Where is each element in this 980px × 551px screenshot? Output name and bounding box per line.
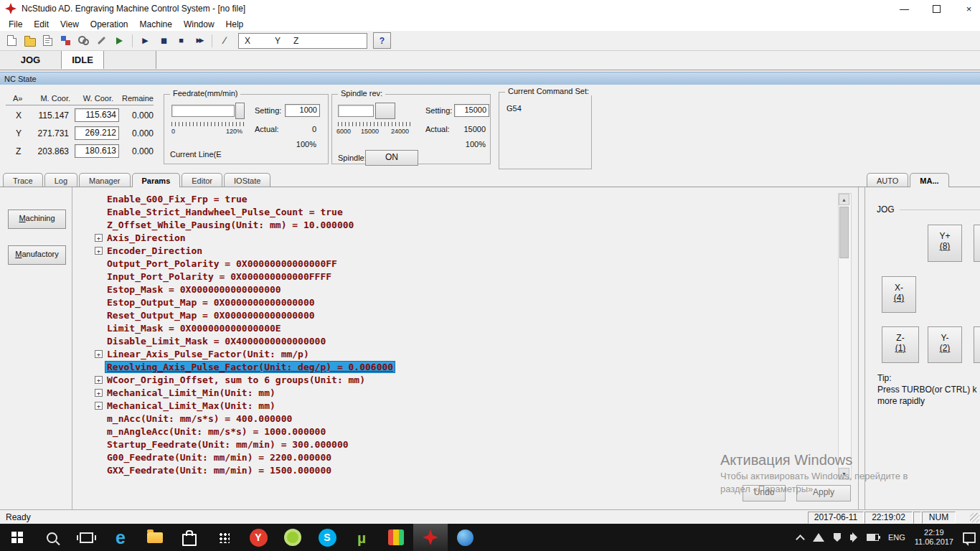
taskbar-apps-grid[interactable] xyxy=(207,524,241,551)
param-row[interactable]: GXX_Feedrate(Unit: mm/min) = 1500.000000 xyxy=(72,464,833,477)
machining-button[interactable]: Machining xyxy=(8,209,66,229)
stop-program-button[interactable]: ■ xyxy=(172,32,190,49)
wifi-icon[interactable] xyxy=(813,533,824,542)
handwheel-button[interactable]: ∕ xyxy=(216,32,234,49)
language-indicator[interactable]: ENG xyxy=(888,533,905,542)
shield-icon[interactable] xyxy=(834,533,841,542)
param-row[interactable]: Z_Offset_While_Pausing(Unit: mm) = 10.00… xyxy=(72,219,833,232)
param-row[interactable]: Startup_Feedrate(Unit: mm/min) = 300.000… xyxy=(72,438,833,451)
coordinate-display-field[interactable]: X Y Z xyxy=(238,33,367,49)
taskbar-media-app[interactable] xyxy=(379,524,413,551)
jog-y-plus-button[interactable]: Y+ (8) xyxy=(928,225,962,262)
param-row[interactable]: G00_Feedrate(Unit: mm/min) = 2200.000000 xyxy=(72,451,833,464)
new-file-button[interactable] xyxy=(3,32,21,49)
param-row[interactable]: Enable_Strict_Handwheel_Pulse_Count = tr… xyxy=(72,206,833,219)
undo-button[interactable]: Undo xyxy=(743,485,786,501)
view-panels-button[interactable] xyxy=(57,32,75,49)
mode-tab-empty[interactable] xyxy=(104,51,156,69)
param-row[interactable]: +Axis_Direction xyxy=(72,232,833,245)
battery-icon[interactable] xyxy=(867,534,879,541)
start-button[interactable] xyxy=(0,524,34,551)
work-coord-x[interactable]: 115.634 xyxy=(75,108,119,122)
settings-button[interactable] xyxy=(75,32,93,49)
state-tab-idle[interactable]: IDLE xyxy=(62,51,104,69)
spindle-on-button[interactable]: ON xyxy=(365,150,418,166)
tab-iostate[interactable]: IOState xyxy=(224,173,270,187)
param-row[interactable]: +WCoor_Origin_Offset, sum to 6 groups(Un… xyxy=(72,374,833,387)
taskbar-yandex[interactable]: Y xyxy=(241,524,275,551)
transfer-button[interactable] xyxy=(110,32,128,49)
expand-icon[interactable]: + xyxy=(95,247,103,255)
jog-z-minus-button[interactable]: Z- (1) xyxy=(882,326,919,363)
taskbar-skype[interactable]: S xyxy=(310,524,344,551)
menu-help[interactable]: Help xyxy=(220,19,250,30)
param-row[interactable]: Reset_Output_Map = 0X0000000000000000 xyxy=(72,309,833,322)
spindle-setting-input[interactable]: 15000 xyxy=(454,104,489,117)
help-button[interactable]: ? xyxy=(373,32,391,49)
menu-view[interactable]: View xyxy=(55,19,85,30)
taskbar-store[interactable] xyxy=(172,524,207,551)
param-row[interactable]: +Mechanical_Limit_Min(Unit: mm) xyxy=(72,387,833,400)
maximize-button[interactable] xyxy=(920,0,953,17)
advance-program-button[interactable]: ▶▶ xyxy=(190,32,208,49)
param-row[interactable]: Limit_Mask = 0X000000000000000E xyxy=(72,322,833,335)
expand-icon[interactable]: + xyxy=(95,350,103,358)
spindle-slider-track[interactable] xyxy=(338,105,374,117)
tab-auto[interactable]: AUTO xyxy=(867,173,908,187)
taskbar-utorrent[interactable]: µ xyxy=(344,524,379,551)
jog-button-partial[interactable] xyxy=(974,225,980,262)
tab-manager[interactable]: Manager xyxy=(79,173,130,187)
vertical-scrollbar[interactable]: ▲ ▼ xyxy=(838,193,852,480)
feedrate-setting-input[interactable]: 1000 xyxy=(285,104,320,117)
start-program-button[interactable]: ▶ xyxy=(136,32,154,49)
tray-chevron-up-icon[interactable] xyxy=(796,534,805,544)
param-row[interactable]: Enable_G00_Fix_Frp = true xyxy=(72,193,833,206)
spindle-slider-thumb[interactable] xyxy=(375,103,395,119)
tab-log[interactable]: Log xyxy=(44,173,77,187)
scroll-down-button[interactable]: ▼ xyxy=(839,468,849,479)
menu-machine[interactable]: Machine xyxy=(134,19,178,30)
param-row[interactable]: Input_Port_Polarity = 0X000000000000FFFF xyxy=(72,270,833,283)
param-row[interactable]: Output_Port_Polarity = 0X00000000000000F… xyxy=(72,258,833,270)
mode-tab-jog[interactable]: JOG xyxy=(0,51,62,69)
taskbar-edge[interactable]: e xyxy=(103,524,138,551)
work-coord-z[interactable]: 180.613 xyxy=(75,144,119,158)
expand-icon[interactable]: + xyxy=(95,389,103,397)
speaker-icon[interactable] xyxy=(850,534,854,540)
taskbar-clock[interactable]: 22:19 11.06.2017 xyxy=(915,528,953,547)
param-row[interactable]: Estop_Mask = 0X0000000000000000 xyxy=(72,283,833,296)
tab-editor[interactable]: Editor xyxy=(182,173,222,187)
resize-grip[interactable] xyxy=(970,513,979,522)
tab-ma[interactable]: MA... xyxy=(910,173,948,187)
task-view-button[interactable] xyxy=(69,524,103,551)
manufactory-button[interactable]: Manufactory xyxy=(8,245,66,265)
menu-edit[interactable]: Edit xyxy=(28,19,55,30)
jog-x-minus-button[interactable]: X- (4) xyxy=(882,276,916,313)
param-row[interactable]: Estop_Output_Map = 0X0000000000000000 xyxy=(72,296,833,309)
taskbar-lime-app[interactable] xyxy=(275,524,310,551)
feedrate-slider-thumb[interactable] xyxy=(235,103,245,119)
taskbar-file-explorer[interactable] xyxy=(138,524,172,551)
expand-icon[interactable]: + xyxy=(95,234,103,242)
work-coord-y[interactable]: 269.212 xyxy=(75,126,119,140)
menu-operation[interactable]: Operation xyxy=(85,19,134,30)
feedrate-slider-track[interactable] xyxy=(171,105,235,117)
apply-button[interactable]: Apply xyxy=(796,485,851,501)
tools-button[interactable] xyxy=(93,32,110,49)
tab-trace[interactable]: Trace xyxy=(3,173,43,187)
param-row[interactable]: m_nAngleAcc(Unit: mm/s*s) = 1000.000000 xyxy=(72,425,833,438)
open-file-button[interactable] xyxy=(21,32,39,49)
param-row[interactable]: Disable_Limit_Mask = 0X4000000000000000 xyxy=(72,335,833,348)
expand-icon[interactable]: + xyxy=(95,402,103,410)
taskbar-globe-app[interactable] xyxy=(448,524,482,551)
pause-program-button[interactable]: ▮▮ xyxy=(154,32,172,49)
tab-params[interactable]: Params xyxy=(132,173,181,187)
scroll-up-button[interactable]: ▲ xyxy=(839,194,849,205)
param-row[interactable]: +Linear_Axis_Pulse_Factor(Unit: mm/p) xyxy=(72,348,833,361)
taskbar-search-button[interactable] xyxy=(34,524,69,551)
minimize-button[interactable]: — xyxy=(888,0,920,17)
expand-icon[interactable]: + xyxy=(95,376,103,384)
param-row[interactable]: +Mechanical_Limit_Max(Unit: mm) xyxy=(72,400,833,413)
menu-window[interactable]: Window xyxy=(178,19,220,30)
scrollbar-thumb[interactable] xyxy=(839,207,849,258)
